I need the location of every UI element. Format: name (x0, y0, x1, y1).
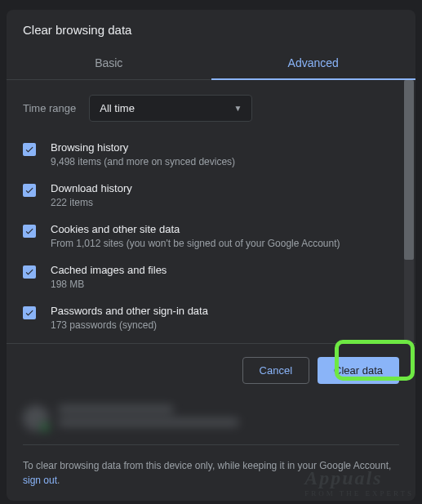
option-passwords: Passwords and other sign-in data 173 pas… (23, 305, 399, 331)
checkbox-passwords[interactable] (23, 306, 36, 319)
check-icon (24, 308, 34, 318)
option-text: Browsing history 9,498 items (and more o… (51, 141, 399, 167)
option-title: Cached images and files (51, 264, 399, 276)
option-title: Browsing history (51, 141, 399, 154)
option-title: Download history (51, 182, 399, 194)
checkbox-browsing-history[interactable] (23, 143, 36, 156)
info-text-part2: . (57, 475, 60, 486)
option-desc: 173 passwords (synced) (51, 319, 399, 331)
check-icon (24, 226, 34, 236)
blurred-text (59, 405, 399, 431)
option-browsing-history: Browsing history 9,498 items (and more o… (23, 141, 399, 167)
check-icon (24, 267, 34, 277)
tab-advanced[interactable]: Advanced (211, 47, 416, 79)
info-text-part1: To clear browsing data from this device … (23, 460, 391, 471)
option-cached: Cached images and files 198 MB (23, 264, 399, 290)
tabs: Basic Advanced (7, 47, 415, 80)
dialog-content: Time range All time ▼ Browsing history 9… (7, 80, 415, 343)
option-text: Download history 222 items (51, 182, 399, 208)
checkbox-download-history[interactable] (23, 184, 36, 197)
option-title: Cookies and other site data (51, 223, 399, 235)
cancel-button[interactable]: Cancel (242, 357, 309, 384)
checkbox-cookies[interactable] (23, 225, 36, 238)
checkbox-cached[interactable] (23, 265, 36, 279)
time-range-label: Time range (23, 102, 76, 114)
option-cookies: Cookies and other site data From 1,012 s… (23, 223, 399, 249)
dropdown-value: All time (100, 102, 135, 114)
option-text: Cookies and other site data From 1,012 s… (51, 223, 399, 249)
avatar (23, 405, 49, 431)
dialog-footer: Cancel Clear data (7, 343, 415, 397)
option-download-history: Download history 222 items (23, 182, 399, 208)
option-title: Passwords and other sign-in data (51, 305, 399, 317)
clear-browsing-data-dialog: Clear browsing data Basic Advanced Time … (7, 10, 415, 501)
option-desc: 222 items (51, 197, 399, 208)
sign-out-link[interactable]: sign out (23, 475, 57, 486)
option-desc: 9,498 items (and more on synced devices) (51, 156, 399, 167)
option-text: Cached images and files 198 MB (51, 264, 399, 290)
option-desc: 198 MB (51, 279, 399, 290)
option-desc: From 1,012 sites (you won't be signed ou… (51, 238, 399, 249)
scrollbar-thumb[interactable] (404, 80, 414, 260)
check-icon (24, 145, 34, 154)
info-text: To clear browsing data from this device … (23, 458, 399, 488)
divider (23, 444, 399, 445)
time-range-row: Time range All time ▼ (23, 95, 399, 122)
option-text: Passwords and other sign-in data 173 pas… (51, 305, 399, 331)
check-icon (24, 185, 34, 195)
dialog-title: Clear browsing data (7, 10, 415, 47)
clear-data-button[interactable]: Clear data (318, 357, 399, 384)
time-range-dropdown[interactable]: All time ▼ (89, 95, 252, 122)
chevron-down-icon: ▼ (233, 104, 242, 113)
bottom-section: To clear browsing data from this device … (7, 397, 415, 501)
account-row-blurred (23, 405, 399, 431)
tab-basic[interactable]: Basic (7, 47, 211, 79)
